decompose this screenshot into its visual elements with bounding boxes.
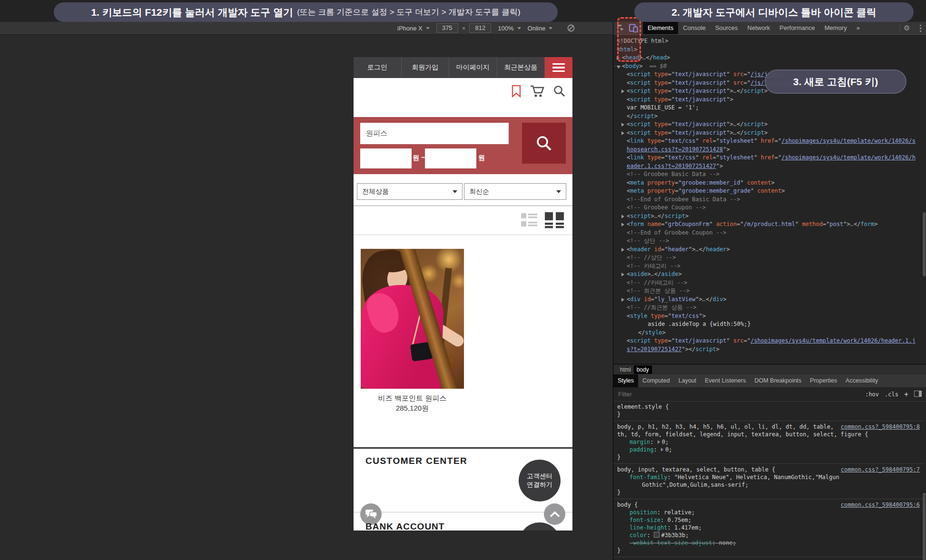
styles-filter-input[interactable]: Filter — [618, 391, 632, 398]
dom-tree-line[interactable]: <link type="text/css" rel="stylesheet" h… — [613, 137, 924, 146]
dom-tree-line[interactable]: <meta property="groobee:member_grade" co… — [613, 187, 924, 196]
devtools-tab-console[interactable]: Console — [678, 22, 710, 34]
expand-arrow-icon[interactable] — [621, 89, 624, 93]
css-declaration[interactable]: margin: 0; — [617, 438, 920, 446]
zoom-select[interactable]: 100% — [498, 25, 521, 32]
dom-tree-line[interactable]: <script>…</script> — [613, 212, 924, 221]
dom-tree-line[interactable]: <!-- Groobee Coupon --> — [613, 204, 924, 212]
styles-tab-dom-breakpoints[interactable]: DOM Breakpoints — [750, 374, 806, 387]
styles-tab-layout[interactable]: Layout — [674, 374, 701, 387]
dom-tree-line[interactable]: eader.1.css?t=201907251427"> — [613, 162, 924, 171]
new-style-rule-button[interactable]: + — [904, 390, 908, 399]
expand-arrow-icon[interactable] — [621, 248, 624, 252]
product-image[interactable] — [361, 249, 464, 389]
dom-tree-line[interactable]: <!-- //상단 --> — [613, 254, 924, 262]
list-view-icon[interactable] — [521, 212, 537, 230]
expand-shorthand-icon[interactable] — [658, 440, 660, 444]
hamburger-menu-button[interactable] — [545, 57, 572, 78]
bookmark-icon[interactable] — [511, 85, 522, 99]
expand-arrow-icon[interactable] — [621, 215, 624, 218]
dom-tree-line[interactable]: <meta property="groobee:member_id" conte… — [613, 179, 924, 187]
devtools-tab-network[interactable]: Network — [743, 22, 775, 34]
kebab-menu-icon[interactable] — [920, 25, 921, 26]
dom-tree-line[interactable]: <!-- 상단 --> — [613, 237, 924, 246]
dom-tree-line[interactable]: var MOBILE_USE = '1'; — [613, 104, 924, 112]
styles-tab-accessibility[interactable]: Accessibility — [841, 374, 882, 387]
cart-icon[interactable] — [530, 85, 544, 99]
devtools-tab-[interactable]: » — [852, 22, 865, 34]
css-declaration[interactable]: -webkit-text-size-adjust: none; — [617, 539, 920, 547]
collapse-arrow-icon[interactable] — [617, 66, 621, 69]
expand-shorthand-icon[interactable] — [661, 448, 663, 452]
css-declaration[interactable]: position: relative; — [617, 509, 920, 516]
viewport-height-input[interactable]: 812 — [469, 23, 491, 33]
css-declaration[interactable]: line-height: 1.417em; — [617, 524, 920, 531]
class-toggle[interactable]: .cls — [885, 391, 898, 398]
product-name[interactable]: 비즈 백포인트 원피스 — [354, 394, 471, 403]
search-icon[interactable] — [553, 85, 566, 99]
dom-tree-line[interactable]: </script> — [613, 112, 924, 121]
expand-arrow-icon[interactable] — [621, 298, 624, 302]
breadcrumb-item-body[interactable]: body — [634, 365, 652, 374]
grid-view-icon[interactable] — [545, 212, 565, 230]
dom-tree-line[interactable]: <style type="text/css"> — [613, 312, 924, 321]
rotate-device-icon[interactable] — [567, 24, 575, 32]
devtools-tab-memory[interactable]: Memory — [820, 22, 852, 34]
dom-tree-line[interactable]: <form name="grbCouponFrm" action="/m/pro… — [613, 220, 924, 229]
expand-arrow-icon[interactable] — [621, 223, 624, 226]
mobile-nav-item[interactable]: 회원가입 — [402, 57, 450, 78]
dom-tree-line[interactable]: <!--End of Groobee Basic Data --> — [613, 196, 924, 204]
dom-tree-line[interactable]: <!-- //최근본 상품 --> — [613, 304, 924, 312]
css-declaration[interactable]: padding: 0; — [617, 446, 920, 453]
gear-icon[interactable]: ⚙ — [904, 24, 910, 32]
dom-tree-line[interactable]: <head>…</head> — [613, 54, 924, 62]
dom-tree-line[interactable]: </style> — [613, 329, 924, 337]
dom-tree-line[interactable]: aside .asideTop a {width:50%;} — [613, 320, 924, 329]
mobile-nav-item[interactable]: 마이페이지 — [449, 57, 497, 78]
color-swatch[interactable] — [654, 532, 660, 538]
throttling-select[interactable]: Online — [528, 25, 553, 32]
styles-tab-computed[interactable]: Computed — [638, 374, 674, 387]
dom-tree-line[interactable]: <!-- 카테고리 --> — [613, 262, 924, 271]
mobile-nav-item[interactable]: 로그인 — [354, 57, 402, 78]
dom-tree-line[interactable]: <!DOCTYPE html> — [613, 37, 924, 46]
dom-tree-line[interactable]: <link type="text/css" rel="stylesheet" h… — [613, 154, 924, 162]
viewport-width-input[interactable]: 375 — [436, 23, 458, 33]
dom-tree-line[interactable]: <!-- Groobee Basic Data --> — [613, 170, 924, 179]
search-button[interactable] — [522, 123, 566, 164]
devtools-tab-sources[interactable]: Sources — [710, 22, 743, 34]
category-select[interactable]: 전체상품 — [357, 183, 463, 200]
scroll-to-top-button[interactable] — [544, 503, 565, 525]
dom-tree-line[interactable]: <script type="text/javascript">…</script… — [613, 120, 924, 129]
search-input[interactable] — [360, 123, 509, 144]
dom-tree-line[interactable]: <aside>…</aside> — [613, 270, 924, 279]
dom-tree-line[interactable]: s?t=201907251427"></script> — [613, 345, 924, 354]
expand-arrow-icon[interactable] — [621, 273, 624, 276]
dom-tree-line[interactable]: <!-- 최근본 상품 --> — [613, 287, 924, 295]
styles-tab-styles[interactable]: Styles — [613, 374, 638, 387]
dom-tree-line[interactable]: <!--End of Groobee Coupon --> — [613, 229, 924, 237]
breadcrumb-item-html[interactable]: html — [617, 365, 634, 374]
customer-center-connect-button[interactable]: 고객센터 연결하기 — [519, 460, 561, 501]
dom-tree-line[interactable]: <html> — [613, 46, 924, 54]
price-max-input[interactable] — [425, 148, 476, 168]
stylesheet-link[interactable]: common.css?_598400795:6 — [841, 501, 920, 509]
css-declaration[interactable]: font-size: 0.75em; — [617, 516, 920, 524]
devtools-tab-elements[interactable]: Elements — [643, 22, 678, 34]
price-min-input[interactable] — [360, 148, 412, 168]
elements-scrollbar-thumb[interactable] — [923, 212, 926, 276]
pseudo-state-toggle[interactable]: :hov — [865, 391, 879, 398]
sidebar-panel-icon[interactable] — [914, 391, 922, 398]
dom-tree-line[interactable]: <script type="text/javascript">…</script… — [613, 129, 924, 138]
sort-select[interactable]: 최신순 — [464, 183, 566, 200]
dom-tree-line[interactable]: <script type="text/javascript" src="/sho… — [613, 337, 924, 345]
dom-tree-line[interactable]: hopsearch.css?t=201907251428"> — [613, 146, 924, 154]
styles-scrollbar-thumb[interactable] — [923, 493, 926, 560]
stylesheet-link[interactable]: common.css?_598400795:7 — [841, 466, 920, 473]
dom-tree-line[interactable]: <!-- //카테고리 --> — [613, 279, 924, 287]
expand-arrow-icon[interactable] — [621, 123, 624, 127]
styles-tab-event-listeners[interactable]: Event Listeners — [700, 374, 750, 387]
dom-tree-line[interactable]: <script type="text/javascript"> — [613, 96, 924, 104]
styles-tab-properties[interactable]: Properties — [806, 374, 841, 387]
css-declaration[interactable]: font-family: "Helvetica Neue", Helvetica… — [617, 473, 920, 481]
